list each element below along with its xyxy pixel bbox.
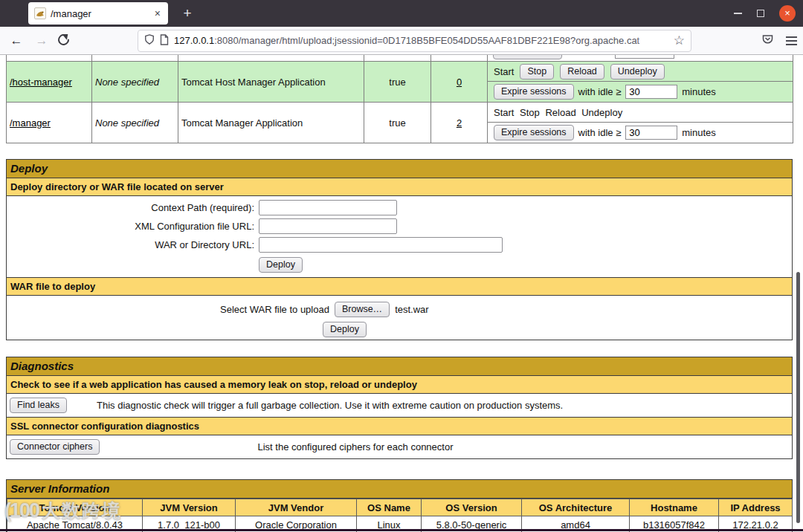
selected-file-name: test.war [395, 304, 429, 315]
find-leaks-description: This diagnostic check will trigger a ful… [97, 400, 563, 411]
app-display-name: Tomcat Host Manager Application [178, 62, 364, 103]
idle-minutes-input[interactable] [625, 126, 677, 140]
menu-hamburger-icon[interactable] [786, 34, 797, 48]
window-bottom-edge [0, 529, 803, 531]
deploy-button[interactable]: Deploy [259, 257, 303, 273]
app-running: true [364, 103, 431, 143]
partial-idle-input[interactable] [615, 55, 674, 59]
commands-disabled-label: Start Stop Reload Undeploy [494, 107, 622, 118]
find-leaks-row: Find leaks This diagnostic check will tr… [7, 394, 792, 418]
partial-expire-button[interactable] [493, 55, 562, 59]
app-link-host-manager[interactable]: /host-manager [10, 77, 72, 88]
minutes-label: minutes [682, 127, 716, 138]
col-hostname: Hostname [630, 499, 719, 516]
window-minimize-button[interactable] [734, 13, 742, 14]
xml-config-label: XML Configuration file URL: [7, 221, 259, 232]
reload-app-button[interactable]: Reload [560, 64, 604, 80]
reload-button[interactable] [58, 34, 70, 46]
col-tomcat-version: Tomcat Version [7, 499, 143, 516]
col-jvm-vendor: JVM Vendor [236, 499, 357, 516]
col-jvm-version: JVM Version [143, 499, 236, 516]
war-upload-form: Select WAR file to upload Browse… test.w… [7, 296, 792, 340]
window-maximize-button[interactable] [757, 10, 764, 17]
app-running: true [364, 62, 431, 103]
app-display-name: Tomcat Manager Application [178, 103, 364, 143]
url-text: 127.0.0.1:8080/manager/html/upload;jsess… [174, 34, 668, 48]
idle-label: with idle ≥ [578, 86, 622, 97]
pocket-icon[interactable] [761, 33, 774, 48]
col-os-architecture: OS Architecture [522, 499, 630, 516]
col-os-version: OS Version [422, 499, 522, 516]
stop-button[interactable]: Stop [520, 64, 554, 80]
context-path-input[interactable] [259, 200, 397, 215]
undeploy-button[interactable]: Undeploy [610, 64, 665, 80]
bookmark-star-icon[interactable]: ☆ [674, 30, 685, 51]
tab-close-icon[interactable]: × [153, 7, 162, 19]
idle-label: with idle ≥ [578, 127, 622, 138]
page-info-icon[interactable] [160, 34, 169, 48]
connector-ciphers-button[interactable]: Connector ciphers [10, 439, 100, 455]
diagnostics-section: Diagnostics Check to see if a web applic… [6, 357, 793, 459]
tab-title: /manager [51, 8, 149, 19]
tomcat-manager-page: /host-manager None specified Tomcat Host… [0, 55, 803, 531]
col-ip-address: IP Address [719, 499, 793, 516]
find-leaks-button[interactable]: Find leaks [10, 398, 67, 413]
xml-config-input[interactable] [259, 218, 397, 234]
url-bar[interactable]: 127.0.0.1:8080/manager/html/upload;jsess… [138, 30, 691, 52]
forward-button: → [33, 32, 51, 50]
war-upload-subtitle: WAR file to deploy [7, 278, 792, 296]
table-row-partial [7, 55, 793, 62]
server-info-table: Tomcat Version JVM Version JVM Vendor OS… [7, 499, 793, 532]
server-info-header-row: Tomcat Version JVM Version JVM Vendor OS… [7, 499, 793, 516]
back-button[interactable]: ← [7, 32, 25, 50]
deploy-form: Context Path (required): XML Configurati… [7, 196, 792, 278]
start-label: Start [494, 66, 514, 77]
browser-titlebar: /manager × + × [0, 0, 803, 27]
app-sessions-link[interactable]: 0 [457, 77, 462, 88]
connector-ciphers-row: Connector ciphers List the configured ci… [7, 435, 792, 458]
browser-tab[interactable]: /manager × [28, 2, 168, 25]
expire-sessions-button[interactable]: Expire sessions [494, 84, 574, 100]
app-sessions-link[interactable]: 2 [457, 117, 462, 129]
applications-table: /host-manager None specified Tomcat Host… [6, 55, 793, 143]
war-url-label: WAR or Directory URL: [7, 239, 259, 250]
app-version: None specified [92, 103, 178, 143]
expire-sessions-button[interactable]: Expire sessions [494, 125, 574, 140]
url-path: :8080/manager/html/upload;jsessionid=0D1… [214, 35, 639, 46]
table-row-manager: /manager None specified Tomcat Manager A… [7, 103, 793, 143]
tracking-shield-icon[interactable] [144, 33, 155, 48]
select-war-label: Select WAR file to upload [220, 304, 329, 315]
deploy-title: Deploy [7, 160, 792, 178]
new-tab-button[interactable]: + [178, 4, 196, 22]
url-domain: 127.0.0.1 [174, 35, 214, 46]
server-info-title: Server Information [7, 480, 792, 499]
table-row-host-manager: /host-manager None specified Tomcat Host… [7, 62, 793, 103]
tomcat-favicon-icon [34, 7, 46, 19]
diagnostics-title: Diagnostics [7, 357, 792, 376]
server-info-section: Server Information Tomcat Version JVM Ve… [6, 479, 793, 532]
context-path-label: Context Path (required): [7, 202, 259, 213]
idle-minutes-input[interactable] [625, 85, 677, 99]
minutes-label: minutes [682, 86, 716, 97]
browse-button[interactable]: Browse… [335, 302, 390, 317]
window-close-button[interactable]: × [779, 5, 796, 22]
deploy-section: Deploy Deploy directory or WAR file loca… [6, 159, 793, 340]
memory-leak-subtitle: Check to see if a web application has ca… [7, 376, 792, 394]
ssl-diagnostics-subtitle: SSL connector configuration diagnostics [7, 418, 792, 435]
deploy-server-subtitle: Deploy directory or WAR file located on … [7, 178, 792, 196]
url-fade [635, 34, 668, 48]
app-version: None specified [92, 62, 178, 103]
browser-toolbar: ← → 127.0.0.1:8080/manager/html/upload;j… [0, 27, 803, 55]
col-os-name: OS Name [357, 499, 422, 516]
page-scrollbar[interactable] [796, 272, 800, 523]
app-link-manager[interactable]: /manager [10, 117, 51, 129]
upload-deploy-button[interactable]: Deploy [323, 322, 367, 337]
connector-ciphers-description: List the configured ciphers for each con… [257, 441, 453, 452]
war-url-input[interactable] [259, 237, 503, 253]
